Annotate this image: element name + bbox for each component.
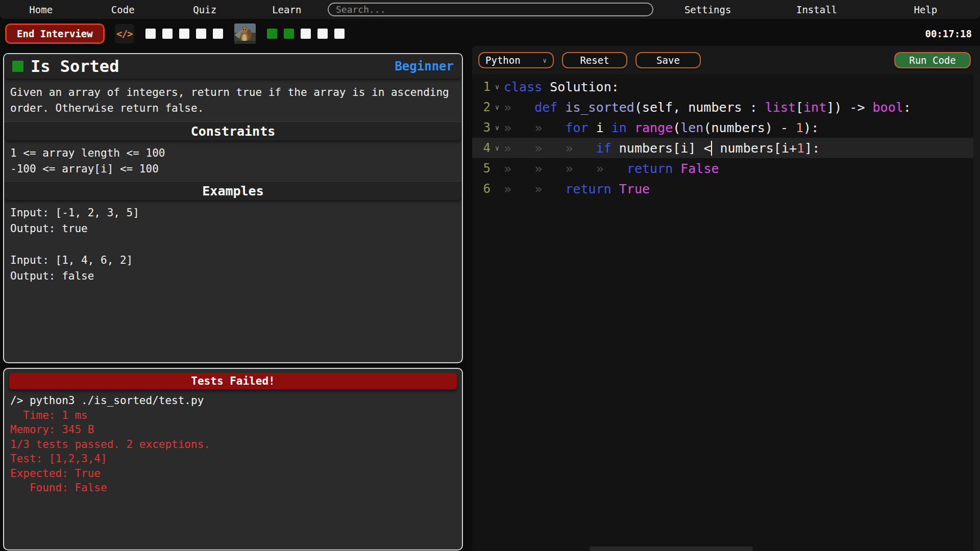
code-area[interactable]: 1∨class Solution:2∨» def is_sorted(self,… (472, 74, 980, 551)
green-progress-square[interactable] (267, 29, 277, 39)
nav-code[interactable]: Code (82, 4, 164, 15)
code-editor-panel: Python ∨ Reset Save Run Code 1∨class Sol… (472, 46, 980, 551)
nav-help[interactable]: Help (871, 4, 980, 15)
white-progress-square[interactable] (179, 29, 189, 39)
problem-title-bar: Is Sorted Beginner (4, 54, 462, 80)
reset-button[interactable]: Reset (562, 52, 627, 68)
language-select[interactable]: Python ∨ (478, 52, 554, 68)
search-container (328, 3, 653, 16)
line-number: 5 (472, 161, 491, 176)
indent-guide: » (504, 100, 534, 115)
line-number: 1 (472, 80, 491, 94)
nav-learn[interactable]: Learn (246, 4, 328, 15)
language-select-value: Python (485, 55, 521, 66)
indent-guide: » (504, 182, 534, 196)
fold-chevron-icon[interactable]: ∨ (491, 144, 504, 152)
examples-text: Input: [-1, 2, 3, 5] Output: true Input:… (4, 201, 462, 288)
indent-guide: » (565, 161, 596, 176)
white-progress-square[interactable] (317, 29, 328, 39)
indent-guide: » (534, 141, 565, 156)
test-output-line: /> python3 ./is_sorted/test.py (10, 393, 456, 408)
code-brackets-icon: </> (116, 28, 132, 39)
tests-failed-banner: Tests Failed! (9, 373, 457, 389)
code-line[interactable]: 1∨class Solution: (472, 77, 980, 97)
chevron-down-icon: ∨ (543, 57, 547, 64)
nav-home[interactable]: Home (0, 4, 82, 15)
status-square-icon (12, 61, 23, 72)
indent-guide: » (504, 141, 534, 156)
code-editor-icon[interactable]: </> (115, 24, 134, 43)
fold-chevron-icon[interactable]: ∨ (491, 83, 504, 91)
examples-header: Examples (4, 181, 462, 201)
line-number: 2 (472, 100, 491, 114)
problem-panel: Is Sorted Beginner Given an array of int… (3, 53, 463, 363)
difficulty-badge: Beginner (395, 59, 454, 73)
avatar[interactable] (234, 23, 256, 44)
run-code-button[interactable]: Run Code (894, 52, 971, 68)
fold-chevron-icon[interactable]: ∨ (491, 103, 504, 111)
line-number: 4 (472, 141, 491, 155)
white-progress-square[interactable] (334, 29, 345, 39)
app-root: Home Code Quiz Learn Settings Install He… (0, 0, 980, 551)
code-text: » def is_sorted(self, numbers : list[int… (504, 100, 911, 115)
squirrel-photo (234, 23, 256, 44)
indent-guide: » (565, 141, 596, 156)
indent-guide: » (534, 120, 565, 135)
white-progress-square[interactable] (213, 29, 223, 39)
search-input[interactable] (328, 3, 653, 16)
code-line[interactable]: 3∨» » for i in range(len(numbers) - 1): (472, 117, 980, 138)
test-results-panel: Tests Failed! /> python3 ./is_sorted/tes… (3, 368, 463, 550)
save-button[interactable]: Save (635, 52, 701, 68)
indent-guide: » (534, 161, 565, 176)
progress-squares-right (267, 29, 345, 39)
code-text: » » return True (504, 182, 650, 196)
nav-settings[interactable]: Settings (653, 4, 762, 15)
code-text: » » » » return False (504, 161, 719, 176)
fold-chevron-icon[interactable]: ∨ (491, 123, 504, 132)
nav-install[interactable]: Install (762, 4, 871, 15)
constraints-header: Constraints (4, 121, 462, 141)
session-toolbar: End Interview </> 00:17:18 (0, 19, 980, 48)
session-timer: 00:17:18 (925, 28, 972, 39)
test-output-line: Expected: True (10, 466, 456, 481)
indent-guide: » (504, 120, 534, 135)
top-nav: Home Code Quiz Learn Settings Install He… (0, 0, 980, 19)
test-output-line: Memory: 345 B (10, 422, 456, 437)
code-line[interactable]: 5» » » » return False (472, 158, 980, 179)
test-output: /> python3 ./is_sorted/test.py Time: 1 m… (4, 389, 462, 499)
nav-left-group: Home Code Quiz Learn (0, 0, 328, 19)
test-output-line: Found: False (10, 481, 456, 495)
indent-guide: » (596, 161, 627, 176)
line-number: 3 (472, 120, 491, 135)
indent-guide: » (504, 161, 534, 176)
line-number: 6 (472, 182, 491, 196)
indent-guide: » (534, 182, 565, 196)
code-line[interactable]: 2∨» def is_sorted(self, numbers : list[i… (472, 97, 980, 117)
vertical-scrollbar[interactable] (973, 74, 980, 551)
white-progress-square[interactable] (145, 29, 156, 39)
problem-description: Given an array of integers, return true … (4, 80, 462, 121)
constraints-text: 1 <= array length <= 100 -100 <= array[i… (4, 141, 462, 181)
problem-title: Is Sorted (31, 57, 119, 76)
editor-toolbar: Python ∨ Reset Save Run Code (472, 46, 980, 74)
end-interview-button[interactable]: End Interview (5, 23, 105, 44)
test-output-line: 1/3 tests passed. 2 exceptions. (10, 437, 456, 452)
code-text: class Solution: (504, 80, 619, 94)
nav-quiz[interactable]: Quiz (164, 4, 246, 15)
white-progress-square[interactable] (301, 29, 311, 39)
green-progress-square[interactable] (284, 29, 294, 39)
code-line[interactable]: 4∨» » » if numbers[i] < numbers[i+1]: (472, 138, 980, 158)
progress-squares-left (145, 29, 223, 39)
nav-right-group: Settings Install Help (653, 0, 980, 19)
test-output-line: Test: [1,2,3,4] (10, 452, 456, 466)
code-text: » » for i in range(len(numbers) - 1): (504, 120, 819, 135)
problem-title-group: Is Sorted (12, 57, 119, 76)
code-line[interactable]: 6» » return True (472, 179, 980, 199)
white-progress-square[interactable] (196, 29, 206, 39)
horizontal-scrollbar[interactable] (590, 546, 753, 551)
white-progress-square[interactable] (162, 29, 173, 39)
code-lines: 1∨class Solution:2∨» def is_sorted(self,… (472, 77, 980, 199)
test-output-line: Time: 1 ms (10, 408, 456, 423)
code-text: » » » if numbers[i] < numbers[i+1]: (504, 141, 820, 156)
